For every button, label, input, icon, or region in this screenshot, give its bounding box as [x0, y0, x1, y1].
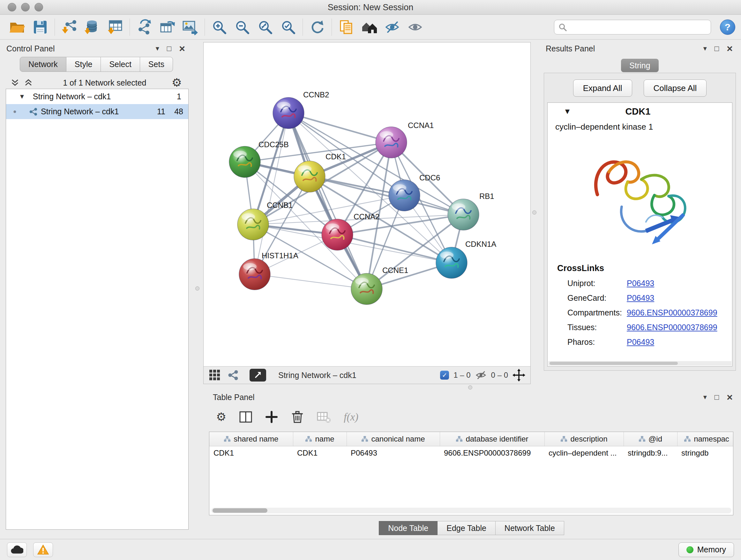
graph-node-ccna1[interactable]: CCNA1 [376, 121, 434, 158]
graph-edge[interactable] [288, 113, 367, 289]
graph-edge[interactable] [255, 274, 367, 289]
tab-sets[interactable]: Sets [140, 57, 173, 72]
table-cell[interactable]: stringdb:9... [623, 446, 677, 460]
graph-node-cdk1[interactable]: CDK1 [294, 152, 346, 192]
crosslink-link[interactable]: 9606.ENSP00000378699 [627, 308, 718, 317]
crosslink-link[interactable]: 9606.ENSP00000378699 [627, 323, 718, 332]
table-options-gear-icon[interactable]: ⚙ [216, 411, 226, 423]
float-panel-icon[interactable]: □ [715, 393, 719, 401]
expand-all-button[interactable]: Expand All [573, 79, 632, 97]
collapse-all-button[interactable]: Collapse All [644, 79, 707, 97]
graph-node-hist1h1a[interactable]: HIST1H1A [239, 251, 298, 290]
column-header-namespac[interactable]: namespac [677, 432, 733, 446]
crosslink-link[interactable]: P06493 [627, 337, 654, 347]
graph-node-rb1[interactable]: RB1 [448, 192, 494, 230]
panel-menu-icon[interactable]: ▾ [703, 44, 707, 53]
column-header-canonical-name[interactable]: canonical name [347, 432, 440, 446]
network-row[interactable]: ● String Network – cdk1 11 48 [6, 104, 188, 119]
column-header-shared-name[interactable]: shared name [209, 432, 293, 446]
table-cell[interactable]: CDK1 [293, 446, 347, 460]
table-horizontal-scrollbar[interactable] [211, 508, 731, 513]
expand-all-networks-icon[interactable] [24, 79, 32, 86]
zoom-in-button[interactable] [208, 17, 231, 37]
minimize-window-button[interactable] [21, 3, 30, 11]
table-cell[interactable]: 9606.ENSP00000378699 [440, 446, 544, 460]
zoom-window-button[interactable] [35, 3, 43, 11]
duplicate-window-button[interactable] [335, 17, 358, 37]
panel-menu-icon[interactable]: ▾ [156, 44, 159, 53]
table-cell[interactable]: stringdb [677, 446, 733, 460]
table-cell[interactable]: CDK1 [209, 446, 293, 460]
delete-column-icon[interactable] [291, 410, 304, 424]
network-collection-row[interactable]: ▼ String Network – cdk1 1 [6, 89, 188, 104]
splitter-grip[interactable] [532, 210, 536, 214]
collapse-all-networks-icon[interactable] [11, 79, 19, 86]
zoom-selected-button[interactable] [277, 17, 300, 37]
hidden-eye-slash-icon[interactable] [475, 370, 487, 381]
add-column-icon[interactable] [265, 411, 278, 423]
table-row[interactable]: CDK1CDK1P064939606.ENSP00000378699cyclin… [209, 446, 733, 460]
graph-node-cdkn1a[interactable]: CDKN1A [436, 240, 496, 278]
graph-edge[interactable] [255, 113, 288, 274]
panel-menu-icon[interactable]: ▾ [703, 393, 707, 401]
help-button[interactable]: ? [720, 19, 735, 35]
zoom-out-button[interactable] [231, 17, 254, 37]
import-network-file-button[interactable] [58, 17, 81, 37]
warnings-button[interactable] [33, 543, 53, 557]
tab-style[interactable]: Style [66, 57, 101, 72]
pan-crosshair-icon[interactable] [513, 369, 525, 381]
hide-details-button[interactable] [381, 17, 404, 37]
refresh-view-button[interactable] [306, 17, 329, 37]
tab-network[interactable]: Network [20, 57, 66, 72]
select-columns-icon[interactable] [239, 411, 253, 423]
crosslink-link[interactable]: P06493 [627, 279, 654, 288]
close-window-button[interactable] [8, 3, 16, 11]
disclosure-triangle-icon[interactable]: ▼ [19, 93, 25, 100]
graph-edge[interactable] [288, 113, 391, 142]
memory-button[interactable]: Memory [678, 543, 734, 557]
network-type-icon[interactable] [227, 369, 239, 381]
home-button[interactable] [358, 17, 381, 37]
zoom-fit-button[interactable] [254, 17, 277, 37]
tab-node-table[interactable]: Node Table [379, 521, 437, 535]
collapse-gene-icon[interactable]: ▼ [563, 107, 571, 116]
column-header-database-identifier[interactable]: database identifier [440, 432, 544, 446]
column-header-description[interactable]: description [544, 432, 623, 446]
export-image-button[interactable] [179, 17, 202, 37]
grid-view-icon[interactable] [209, 369, 221, 381]
splitter-grip[interactable] [195, 287, 199, 291]
new-network-button[interactable] [133, 17, 156, 37]
save-session-button[interactable] [29, 17, 52, 37]
float-panel-icon[interactable]: □ [715, 44, 719, 53]
gene-card-scrollbar[interactable] [548, 361, 731, 366]
close-panel-icon[interactable]: × [727, 393, 733, 401]
tab-string[interactable]: String [621, 59, 659, 72]
column-header-id[interactable]: @id [623, 432, 677, 446]
graph-node-cdc25b[interactable]: CDC25B [229, 140, 289, 178]
gene-card-header[interactable]: ▼ CDK1 [548, 103, 732, 120]
tab-edge-table[interactable]: Edge Table [437, 521, 495, 535]
tab-select[interactable]: Select [101, 57, 140, 72]
close-panel-icon[interactable]: × [727, 45, 733, 52]
splitter-grip[interactable] [468, 385, 472, 389]
close-panel-icon[interactable]: × [179, 45, 185, 52]
crosslink-link[interactable]: P06493 [627, 294, 654, 303]
show-details-button[interactable] [404, 17, 427, 37]
float-panel-icon[interactable]: □ [167, 44, 172, 53]
cloud-status-button[interactable] [7, 543, 27, 557]
table-cell[interactable]: P06493 [347, 446, 440, 460]
tab-network-table[interactable]: Network Table [495, 521, 564, 535]
function-builder-icon[interactable]: f(x) [344, 411, 358, 423]
graph-node-cdc6[interactable]: CDC6 [389, 173, 440, 211]
detach-view-button[interactable] [250, 369, 266, 381]
table-cell[interactable]: cyclin–dependent ... [544, 446, 623, 460]
column-header-name[interactable]: name [293, 432, 347, 446]
clone-network-button[interactable] [156, 17, 179, 37]
network-canvas[interactable]: CCNB2CCNA1CDC25BCDK1CDC6RB1CCNB1CCNA2CDK… [204, 43, 531, 367]
import-table-button[interactable] [104, 17, 127, 37]
search-input[interactable] [554, 20, 711, 35]
selected-nodes-checkbox[interactable]: ✓ [440, 371, 449, 380]
options-gear-icon[interactable]: ⚙ [172, 77, 182, 88]
import-network-database-button[interactable] [81, 17, 104, 37]
open-file-button[interactable] [6, 17, 29, 37]
